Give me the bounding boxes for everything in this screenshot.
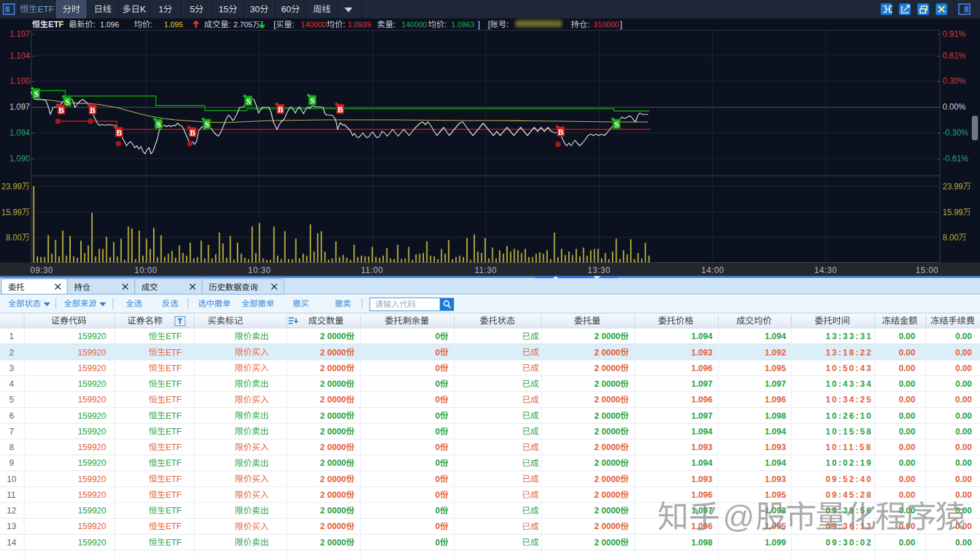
svg-text:15.99: 15.99 [943,208,963,217]
svg-text:0: 0 [436,427,440,436]
svg-text:0.00: 0.00 [956,395,972,404]
svg-text:0: 0 [436,522,440,531]
svg-text:1.096: 1.096 [765,395,786,404]
svg-text:S: S [205,120,210,129]
svg-text:159920: 159920 [78,411,106,421]
svg-text:10:34:25: 10:34:25 [826,395,872,404]
svg-text:2 0000: 2 0000 [594,458,620,468]
svg-text:1.0963: 1.0963 [451,20,474,29]
svg-text:ETF: ETF [165,348,182,357]
svg-text:-0.30%: -0.30% [943,128,968,138]
svg-text:2 0000: 2 0000 [594,475,620,484]
svg-text:10:26:10: 10:26:10 [826,411,872,421]
svg-text::: : [229,20,231,29]
svg-text:0.00: 0.00 [899,395,915,404]
svg-text:S: S [65,97,70,107]
svg-text:S: S [246,97,251,106]
svg-text:1.094: 1.094 [765,458,786,468]
svg-text:ETF: ETF [165,522,182,531]
svg-text:ETF: ETF [165,538,182,547]
svg-text::: : [506,20,508,29]
svg-text:10:00: 10:00 [135,266,158,275]
svg-text:09:36:13: 09:36:13 [826,522,872,531]
svg-text:1: 1 [159,4,163,14]
svg-text:2 0000: 2 0000 [594,490,620,500]
svg-text:1.096: 1.096 [691,395,713,404]
svg-text:-0.61%: -0.61% [943,154,968,163]
svg-text:B: B [59,106,64,115]
svg-text:2 0000: 2 0000 [594,522,620,531]
svg-text:23.99: 23.99 [943,182,963,191]
svg-text:0.00: 0.00 [956,411,972,421]
svg-text:2 0000: 2 0000 [320,522,346,531]
svg-text:8: 8 [10,443,14,452]
svg-text::: : [93,20,95,29]
svg-text:0.00: 0.00 [956,427,972,436]
svg-text:1.096: 1.096 [691,490,713,500]
svg-text:0.00: 0.00 [899,364,915,373]
svg-text:0.00: 0.00 [956,364,972,373]
svg-text:]: ] [620,20,622,29]
svg-text:ETF: ETF [165,332,182,341]
svg-text:2 0000: 2 0000 [320,506,346,515]
svg-text:0: 0 [436,490,440,500]
svg-text:10:02:19: 10:02:19 [826,458,872,468]
svg-text:9: 9 [10,458,14,468]
svg-text:0: 0 [436,332,440,341]
svg-text:2 0000: 2 0000 [594,411,620,421]
svg-text:1.093: 1.093 [691,348,713,357]
svg-text:0.00: 0.00 [956,506,972,515]
svg-text:S: S [615,120,619,129]
svg-text:1.097: 1.097 [691,411,713,421]
svg-text:2 0000: 2 0000 [594,427,620,436]
svg-text:2 0000: 2 0000 [320,364,346,373]
svg-text:0: 0 [436,379,440,389]
svg-text:0.00: 0.00 [899,443,915,452]
svg-text:1.090: 1.090 [10,154,30,163]
svg-text:2 0000: 2 0000 [594,443,620,452]
svg-text:4: 4 [10,379,14,389]
svg-text:0: 0 [436,458,440,468]
svg-text:10:30: 10:30 [248,266,272,275]
svg-text:159920: 159920 [78,490,106,500]
svg-text:2 0000: 2 0000 [320,411,346,421]
svg-text:09:52:40: 09:52:40 [826,475,872,484]
svg-text:2 0000: 2 0000 [320,332,346,341]
svg-text:0.00: 0.00 [956,379,972,389]
svg-text:1.098: 1.098 [765,411,786,421]
svg-text:2: 2 [10,348,14,357]
svg-text:@: @ [723,499,755,535]
svg-text:0.00: 0.00 [956,332,972,341]
svg-text:0: 0 [436,395,440,404]
svg-text:0.00: 0.00 [899,379,915,389]
svg-text:10:43:34: 10:43:34 [826,379,872,389]
svg-text:1.099: 1.099 [765,538,786,547]
svg-text:60: 60 [281,4,291,14]
svg-text:7: 7 [10,427,14,436]
svg-text:15: 15 [218,4,228,14]
svg-text::: : [292,20,294,29]
svg-text:ETF: ETF [165,506,182,515]
svg-text:30: 30 [250,4,259,14]
svg-text:2 0000: 2 0000 [320,475,346,484]
svg-text:S: S [34,89,39,99]
svg-text:2 0000: 2 0000 [320,458,346,468]
svg-text:0.00: 0.00 [899,427,915,436]
svg-text:0: 0 [436,443,440,452]
svg-text:0.00: 0.00 [956,475,972,484]
svg-text:1.095: 1.095 [765,490,786,500]
svg-text:1: 1 [10,332,14,341]
svg-text:2 0000: 2 0000 [594,348,620,357]
svg-text:ETF: ETF [165,364,182,373]
svg-text:S: S [310,96,315,106]
svg-text:159920: 159920 [78,395,106,404]
svg-text:ETF: ETF [165,458,182,468]
svg-text:13:18:22: 13:18:22 [826,348,872,357]
svg-text:ETF: ETF [165,490,182,500]
svg-text:0: 0 [436,348,440,357]
svg-text:2 0000: 2 0000 [594,506,620,515]
svg-text:14: 14 [7,538,16,547]
svg-text:3: 3 [10,364,14,373]
svg-text:2 0000: 2 0000 [594,332,620,341]
svg-text:2 0000: 2 0000 [320,538,346,547]
